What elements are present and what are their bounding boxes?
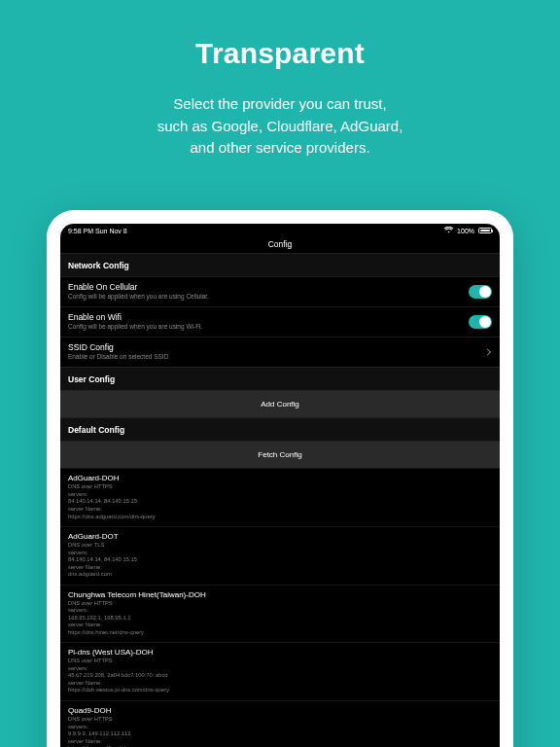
- battery-percent: 100%: [457, 228, 474, 234]
- provider-row[interactable]: AdGuard-DOTDNS over TLSservers:84.140.14…: [60, 526, 500, 585]
- status-bar: 9:58 PM Sun Nov 8 100%: [60, 224, 500, 236]
- provider-detail: DNS over HTTPSservers:9.9.9.9, 149.112.1…: [68, 716, 492, 747]
- section-default-header: Default Config: [60, 417, 500, 441]
- provider-name: AdGuard-DOT: [68, 532, 492, 541]
- hero-line-1: Select the provider you can trust,: [173, 95, 386, 112]
- row-subtitle: Config will be applied when you are usin…: [68, 293, 492, 301]
- provider-name: Quad9-DOH: [68, 706, 492, 715]
- hero-line-3: and other service providers.: [190, 139, 369, 156]
- provider-name: Chunghwa Telecom Hinet(Taiwan)-DOH: [68, 590, 492, 599]
- row-subtitle: Config will be applied when you are usin…: [68, 323, 492, 331]
- provider-detail: DNS over HTTPSservers:84.140.14.14, 84.1…: [68, 483, 492, 520]
- provider-detail: DNS over TLSservers:84.140.14.14, 84.140…: [68, 542, 492, 579]
- provider-row[interactable]: Chunghwa Telecom Hinet(Taiwan)-DOHDNS ov…: [60, 585, 500, 643]
- row-title: Enable on Wifi: [68, 312, 492, 322]
- row-title: SSID Config: [68, 342, 492, 352]
- section-network-header: Network Config: [60, 253, 500, 276]
- toggle-cellular[interactable]: [469, 285, 492, 299]
- row-ssid-config[interactable]: SSID Config Enable or Disable on selecte…: [60, 337, 500, 367]
- wifi-icon: [444, 227, 453, 234]
- fetch-config-button[interactable]: Fetch Config: [60, 441, 500, 468]
- provider-name: Pi-dns (West USA)-DOH: [68, 648, 492, 657]
- provider-name: AdGuard-DOH: [68, 474, 492, 482]
- row-subtitle: Enable or Disable on selected SSID: [68, 353, 492, 361]
- hero-line-2: such as Google, Cloudflare, AdGuard,: [158, 118, 403, 134]
- provider-row[interactable]: Quad9-DOHDNS over HTTPSservers:9.9.9.9, …: [60, 700, 500, 747]
- status-time: 9:58 PM Sun Nov 8: [68, 228, 127, 234]
- hero-title: Transparent: [0, 37, 560, 70]
- row-enable-cellular[interactable]: Enable On Cellular Config will be applie…: [60, 276, 500, 306]
- provider-row[interactable]: Pi-dns (West USA)-DOHDNS over HTTPSserve…: [60, 642, 500, 700]
- row-enable-wifi[interactable]: Enable on Wifi Config will be applied wh…: [60, 306, 500, 337]
- add-config-button[interactable]: Add Config: [60, 390, 500, 417]
- provider-row[interactable]: AdGuard-DOHDNS over HTTPSservers:84.140.…: [60, 468, 500, 526]
- nav-title: Config: [60, 236, 500, 253]
- hero-subtitle: Select the provider you can trust, such …: [0, 93, 560, 160]
- providers-list: AdGuard-DOHDNS over HTTPSservers:84.140.…: [60, 468, 500, 747]
- device-screen: 9:58 PM Sun Nov 8 100% Config Network Co…: [60, 224, 500, 747]
- section-user-header: User Config: [60, 367, 500, 390]
- row-title: Enable On Cellular: [68, 282, 492, 292]
- device-frame: 9:58 PM Sun Nov 8 100% Config Network Co…: [47, 210, 513, 747]
- status-right: 100%: [444, 227, 492, 234]
- battery-icon: [478, 228, 492, 233]
- hero: Transparent Select the provider you can …: [0, 0, 560, 160]
- provider-detail: DNS over HTTPSservers:168.95.192.1, 168.…: [68, 600, 492, 637]
- provider-detail: DNS over HTTPSservers:45.67.219.208, 2a0…: [68, 658, 492, 694]
- toggle-wifi[interactable]: [469, 315, 492, 329]
